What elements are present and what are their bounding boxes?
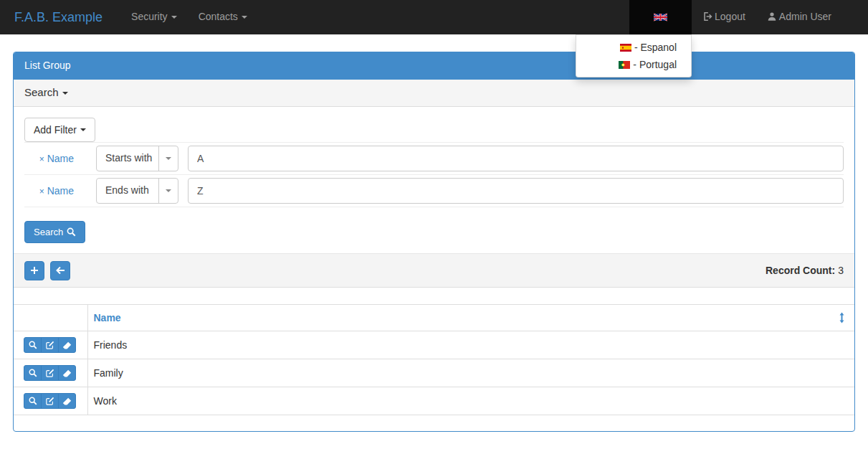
language-dropdown-menu: - Espanol - Portugal [576, 34, 692, 77]
row-name: Friends [87, 331, 854, 359]
filter-operator-select[interactable]: Starts with [96, 146, 178, 171]
chevron-down-icon [242, 16, 247, 19]
show-record-button[interactable] [24, 393, 42, 409]
record-count-value: 3 [838, 265, 844, 276]
edit-icon [46, 341, 54, 349]
edit-icon [46, 397, 54, 405]
language-option-espanol[interactable]: - Espanol [576, 39, 691, 56]
row-actions [14, 359, 87, 387]
filter-value-input[interactable] [188, 178, 844, 204]
name-column-header[interactable]: Name [87, 305, 854, 331]
list-toolbar: Record Count:3 [14, 253, 854, 288]
select-arrow-box [158, 146, 178, 171]
add-record-button[interactable] [24, 261, 44, 280]
chevron-down-icon [171, 16, 177, 19]
portugal-flag-icon [619, 61, 630, 69]
table-header-row: Name [14, 305, 854, 331]
filter-row: ×Name Ends with [24, 175, 844, 207]
edit-record-button[interactable] [41, 393, 59, 409]
search-button[interactable]: Search [24, 221, 85, 243]
row-action-group [24, 337, 76, 353]
row-action-group [24, 365, 76, 381]
show-record-button[interactable] [24, 337, 42, 353]
sort-icon [839, 312, 845, 323]
left-arrow-icon [56, 266, 65, 275]
search-section-toggle[interactable]: Search [14, 80, 854, 107]
add-filter-button[interactable]: Add Filter [24, 118, 95, 142]
logout-link[interactable]: Logout [692, 0, 756, 34]
navbar-right: - Espanol - Portugal Logout [629, 0, 842, 34]
row-actions [14, 387, 87, 415]
edit-record-button[interactable] [41, 337, 59, 353]
filter-form: Add Filter ×Name Starts with [14, 107, 854, 253]
menu-security[interactable]: Security [120, 0, 188, 34]
row-name: Work [87, 387, 854, 415]
magnifier-icon [29, 341, 37, 349]
magnifier-icon [29, 369, 37, 377]
plus-icon [30, 266, 39, 275]
remove-icon: × [39, 154, 44, 164]
logout-icon [702, 11, 712, 22]
uk-flag-icon [654, 13, 667, 22]
remove-filter-link[interactable]: ×Name [24, 185, 96, 197]
filter-row: ×Name Starts with [24, 143, 844, 175]
select-arrow-box [158, 179, 178, 203]
remove-filter-link[interactable]: ×Name [24, 153, 96, 164]
delete-record-button[interactable] [58, 393, 76, 409]
chevron-down-icon [166, 189, 171, 192]
table-row: Friends [14, 331, 854, 359]
user-menu[interactable]: Admin User [756, 0, 842, 34]
panel-title: List Group [14, 52, 854, 80]
menu-contacts[interactable]: Contacts [188, 0, 258, 34]
record-count: Record Count:3 [766, 265, 844, 276]
search-icon [67, 227, 76, 237]
eraser-icon [62, 341, 72, 349]
show-record-button[interactable] [24, 365, 42, 381]
record-count-label: Record Count: [766, 265, 835, 276]
eraser-icon [62, 397, 72, 405]
filter-value-input[interactable] [188, 146, 844, 171]
row-action-group [24, 393, 76, 409]
remove-icon: × [39, 186, 44, 197]
list-group-panel: List Group Search Add Filter ×Name Start… [13, 52, 855, 432]
row-actions [14, 331, 87, 359]
user-icon [767, 11, 777, 22]
magnifier-icon [29, 397, 37, 405]
filter-list: ×Name Starts with ×Name Ends with [24, 142, 844, 207]
spacer [14, 288, 854, 304]
filter-operator-select[interactable]: Ends with [96, 178, 178, 204]
actions-column-header [14, 305, 87, 331]
brand-link[interactable]: F.A.B. Example [0, 0, 113, 34]
language-dropdown-toggle[interactable]: - Espanol - Portugal [629, 0, 692, 34]
edit-icon [46, 369, 54, 377]
records-table: Name [14, 304, 854, 415]
back-button[interactable] [50, 261, 70, 280]
spain-flag-icon [620, 44, 631, 52]
language-option-portugal[interactable]: - Portugal [576, 56, 691, 73]
delete-record-button[interactable] [58, 365, 76, 381]
chevron-down-icon [62, 92, 68, 95]
navbar: F.A.B. Example Security Contacts - E [0, 0, 868, 34]
chevron-down-icon [80, 128, 86, 131]
page-content: List Group Search Add Filter ×Name Start… [0, 34, 868, 449]
chevron-down-icon [166, 157, 171, 160]
main-menu: Security Contacts [120, 0, 258, 34]
table-row: Work [14, 387, 854, 415]
table-row: Family [14, 359, 854, 387]
edit-record-button[interactable] [41, 365, 59, 381]
eraser-icon [62, 369, 72, 377]
delete-record-button[interactable] [58, 337, 76, 353]
row-name: Family [87, 359, 854, 387]
